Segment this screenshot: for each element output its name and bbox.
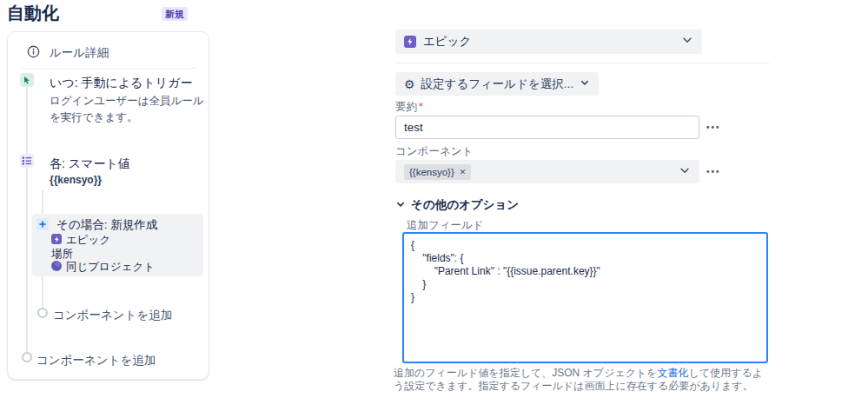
add-component-circle-icon <box>37 308 48 318</box>
connector-line-main <box>26 88 28 352</box>
same-project-globe-icon <box>51 261 62 271</box>
rule-details-item[interactable]: ルール詳細 <box>50 45 109 61</box>
summary-label-text: 要約 <box>395 101 417 113</box>
editor-divider <box>395 63 769 63</box>
help-text-before: 追加のフィールド値を指定して、JSON オブジェクトを <box>394 367 658 379</box>
additional-fields-help-text: 追加のフィールド値を指定して、JSON オブジェクトを文書化して使用するよう設定… <box>394 367 773 393</box>
summary-input[interactable] <box>395 116 699 139</box>
action-card-title: その場合: 新規作成 <box>56 217 157 233</box>
choose-fields-button[interactable]: ⚙ 設定するフィールドを選択... <box>395 72 599 96</box>
panel-divider <box>22 68 196 69</box>
rule-chain-panel: ルール詳細 いつ: 手動によるトリガー ログインユーザーは全員ルールを実行できま… <box>7 31 209 380</box>
page-title: 自動化 <box>7 2 59 25</box>
additional-fields-textarea[interactable]: { "fields": { "Parent Link" : "{{issue.p… <box>402 232 768 363</box>
manual-trigger-cursor-icon <box>20 73 34 87</box>
required-asterisk: * <box>419 101 423 113</box>
components-select[interactable]: {{kensyo}} ✕ <box>395 160 699 183</box>
create-action-plus-icon <box>36 218 49 230</box>
chevron-down-icon <box>681 34 693 50</box>
branch-smart-value: {{kensyo}} <box>50 174 102 186</box>
trigger-item-title[interactable]: いつ: 手動によるトリガー <box>50 76 192 91</box>
tag-remove-icon[interactable]: ✕ <box>460 168 467 176</box>
more-options-label: その他のオプション <box>411 197 519 213</box>
new-badge: 新規 <box>162 7 188 21</box>
smart-value-branch-icon <box>20 154 34 168</box>
components-field-label: コンポーネント <box>395 144 473 159</box>
action-card-issue-type: エピック <box>66 233 110 248</box>
help-documentation-link[interactable]: 文書化 <box>658 367 689 379</box>
branch-item-title[interactable]: 各: スマート値 <box>50 156 130 172</box>
chevron-down-icon <box>679 164 691 180</box>
issue-type-select[interactable]: エピック <box>395 30 702 54</box>
add-component-circle-icon <box>22 352 32 362</box>
gear-icon: ⚙ <box>404 78 415 90</box>
epic-issue-type-icon <box>51 234 62 244</box>
summary-more-menu-icon[interactable]: ••• <box>706 123 721 132</box>
info-icon <box>27 45 40 58</box>
chevron-down-icon <box>580 77 590 90</box>
summary-field-label: 要約* <box>395 100 423 115</box>
component-tag-label: {{kensyo}} <box>409 167 454 177</box>
components-more-menu-icon[interactable]: ••• <box>706 167 721 176</box>
epic-issue-type-icon <box>404 36 416 48</box>
action-card-location-value: 同じプロジェクト <box>66 260 155 275</box>
chevron-down-icon <box>395 197 406 213</box>
issue-type-selected-value: エピック <box>423 34 681 50</box>
automation-rule-builder: 自動化 新規 ルール詳細 いつ: 手動によるトリガー ログインユーザーは全員ルー… <box>0 0 868 405</box>
more-options-toggle[interactable]: その他のオプション <box>395 197 519 213</box>
add-component-outer[interactable]: コンポーネントを追加 <box>36 353 156 368</box>
choose-fields-label: 設定するフィールドを選択... <box>421 76 573 92</box>
add-component-inner[interactable]: コンポーネントを追加 <box>53 308 172 323</box>
component-tag: {{kensyo}} ✕ <box>404 164 471 180</box>
trigger-item-description: ログインユーザーは全員ルールを実行できます。 <box>50 93 208 126</box>
additional-fields-label: 追加フィールド <box>407 218 484 233</box>
